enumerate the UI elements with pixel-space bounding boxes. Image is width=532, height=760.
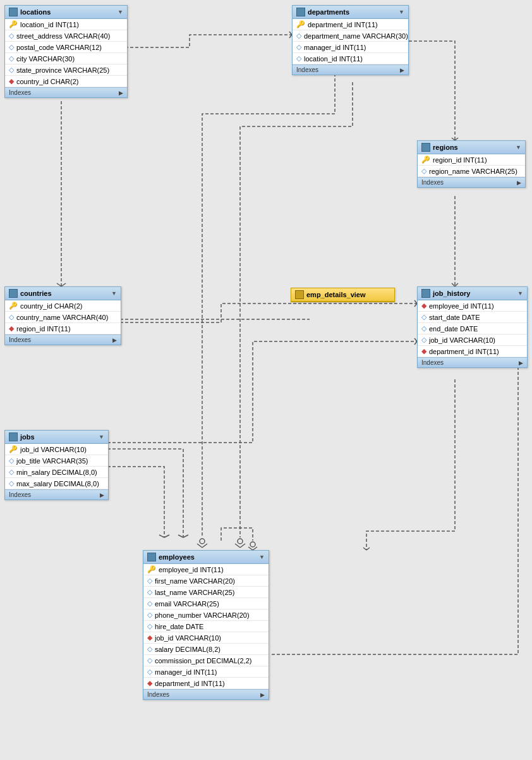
field-commission_pct: ◇ commission_pct DECIMAL(2,2) — [143, 655, 269, 666]
dropdown-arrow[interactable]: ▼ — [99, 434, 104, 440]
svg-line-16 — [197, 544, 202, 548]
view-emp_details_view-title: emp_details_view — [306, 291, 366, 298]
svg-line-25 — [366, 548, 370, 550]
indexes-expand[interactable]: ▶ — [119, 90, 123, 96]
table-employees-header: employees ▼ — [143, 551, 269, 564]
dropdown-arrow[interactable]: ▼ — [399, 9, 404, 15]
dropdown-arrow[interactable]: ▼ — [259, 554, 265, 560]
field-min_salary: ◇ min_salary DECIMAL(8,0) — [5, 467, 108, 478]
svg-line-14 — [240, 544, 245, 548]
field-icon: ◇ — [421, 336, 426, 344]
indexes-label: Indexes — [9, 89, 31, 96]
svg-point-12 — [238, 539, 243, 544]
field-icon: ◇ — [147, 622, 152, 630]
field-salary: ◇ salary DECIMAL(8,2) — [143, 644, 269, 655]
field-end_date: ◇ end_date DATE — [418, 323, 527, 334]
table-departments[interactable]: departments ▼ 🔑 department_id INT(11) ◇ … — [292, 5, 409, 75]
field-icon: ◇ — [147, 588, 152, 596]
table-icon — [147, 553, 156, 561]
field-region_id: 🔑 region_id INT(11) — [418, 154, 525, 166]
indexes-row[interactable]: Indexes ▶ — [143, 689, 269, 699]
table-employees[interactable]: employees ▼ 🔑 employee_id INT(11) ◇ firs… — [143, 550, 269, 700]
field-job_id: ◇ job_id VARCHAR(10) — [418, 334, 527, 346]
field-email: ◇ email VARCHAR(25) — [143, 598, 269, 610]
table-regions-title: regions — [433, 144, 458, 151]
indexes-expand[interactable]: ▶ — [519, 360, 523, 366]
field-icon: ◇ — [147, 577, 152, 585]
table-locations[interactable]: locations ▼ 🔑 location_id INT(11) ◇ stre… — [4, 5, 128, 98]
field-state_province: ◇ state_province VARCHAR(25) — [5, 64, 127, 76]
svg-point-15 — [200, 539, 205, 544]
table-countries-title: countries — [20, 290, 52, 297]
table-job_history-header: job_history ▼ — [418, 287, 527, 300]
indexes-expand[interactable]: ▶ — [517, 180, 521, 186]
field-icon: ◇ — [421, 167, 426, 175]
svg-line-24 — [363, 548, 366, 550]
field-hire_date: ◇ hire_date DATE — [143, 621, 269, 632]
view-emp_details_view[interactable]: emp_details_view — [291, 288, 395, 302]
field-icon: ◇ — [9, 313, 14, 321]
indexes-label: Indexes — [421, 359, 444, 366]
indexes-row[interactable]: Indexes ▶ — [5, 87, 127, 97]
pk-icon: 🔑 — [9, 445, 18, 453]
svg-line-21 — [164, 535, 169, 537]
svg-line-17 — [202, 544, 207, 548]
indexes-expand[interactable]: ▶ — [100, 492, 104, 498]
table-jobs[interactable]: jobs ▼ 🔑 job_id VARCHAR(10) ◇ job_title … — [4, 430, 109, 500]
field-postal_code: ◇ postal_code VARCHAR(12) — [5, 42, 127, 53]
indexes-expand[interactable]: ▶ — [260, 692, 265, 698]
field-max_salary: ◇ max_salary DECIMAL(8,0) — [5, 478, 108, 489]
table-icon — [296, 8, 305, 16]
dropdown-arrow[interactable]: ▼ — [517, 290, 523, 297]
fk-icon: ◆ — [147, 634, 152, 642]
table-employees-title: employees — [159, 553, 195, 561]
pk-icon: 🔑 — [421, 156, 430, 164]
field-icon: ◇ — [9, 468, 14, 476]
indexes-expand[interactable]: ▶ — [400, 67, 404, 73]
field-department_id: ◆ department_id INT(11) — [418, 346, 527, 357]
table-countries[interactable]: countries ▼ 🔑 country_id CHAR(2) ◇ count… — [4, 286, 121, 345]
field-country_name: ◇ country_name VARCHAR(40) — [5, 312, 121, 323]
field-job_title: ◇ job_title VARCHAR(35) — [5, 455, 108, 467]
field-icon: ◇ — [147, 599, 152, 608]
indexes-row[interactable]: Indexes ▶ — [5, 334, 121, 345]
indexes-label: Indexes — [296, 66, 318, 73]
field-start_date: ◇ start_date DATE — [418, 312, 527, 323]
indexes-row[interactable]: Indexes ▶ — [418, 177, 525, 187]
indexes-expand[interactable]: ▶ — [112, 337, 117, 343]
pk-icon: 🔑 — [296, 20, 305, 28]
field-icon: ◇ — [9, 43, 14, 51]
field-street_address: ◇ street_address VARCHAR(40) — [5, 30, 127, 42]
dropdown-arrow[interactable]: ▼ — [516, 144, 521, 150]
indexes-row[interactable]: Indexes ▶ — [5, 489, 108, 500]
field-manager_id: ◇ manager_id INT(11) — [143, 666, 269, 678]
field-job_id: 🔑 job_id VARCHAR(10) — [5, 444, 108, 455]
view-emp_details_view-header: emp_details_view — [291, 288, 394, 302]
field-employee_id: 🔑 employee_id INT(11) — [143, 564, 269, 575]
dropdown-arrow[interactable]: ▼ — [111, 290, 117, 297]
svg-line-20 — [159, 535, 164, 537]
indexes-label: Indexes — [421, 179, 444, 186]
field-icon: ◇ — [9, 54, 14, 63]
dropdown-arrow[interactable]: ▼ — [118, 9, 123, 15]
pk-icon: 🔑 — [9, 20, 18, 28]
field-phone_number: ◇ phone_number VARCHAR(20) — [143, 610, 269, 621]
field-last_name: ◇ last_name VARCHAR(25) — [143, 587, 269, 598]
table-jobs-header: jobs ▼ — [5, 431, 108, 444]
svg-line-19 — [183, 535, 188, 537]
table-regions-header: regions ▼ — [418, 141, 525, 154]
field-country_id: 🔑 country_id CHAR(2) — [5, 300, 121, 312]
indexes-row[interactable]: Indexes ▶ — [293, 64, 408, 75]
table-regions[interactable]: regions ▼ 🔑 region_id INT(11) ◇ region_n… — [417, 140, 526, 188]
table-job_history[interactable]: job_history ▼ ◆ employee_id INT(11) ◇ st… — [417, 286, 528, 368]
field-icon: ◇ — [9, 457, 14, 465]
field-department_id: 🔑 department_id INT(11) — [293, 19, 408, 30]
fk-icon: ◆ — [421, 302, 426, 310]
indexes-row[interactable]: Indexes ▶ — [418, 357, 527, 367]
table-departments-title: departments — [308, 8, 349, 16]
table-locations-header: locations ▼ — [5, 6, 127, 19]
table-job_history-title: job_history — [433, 290, 470, 297]
field-icon: ◇ — [147, 656, 152, 665]
fk-icon: ◆ — [147, 679, 152, 687]
field-first_name: ◇ first_name VARCHAR(20) — [143, 575, 269, 587]
